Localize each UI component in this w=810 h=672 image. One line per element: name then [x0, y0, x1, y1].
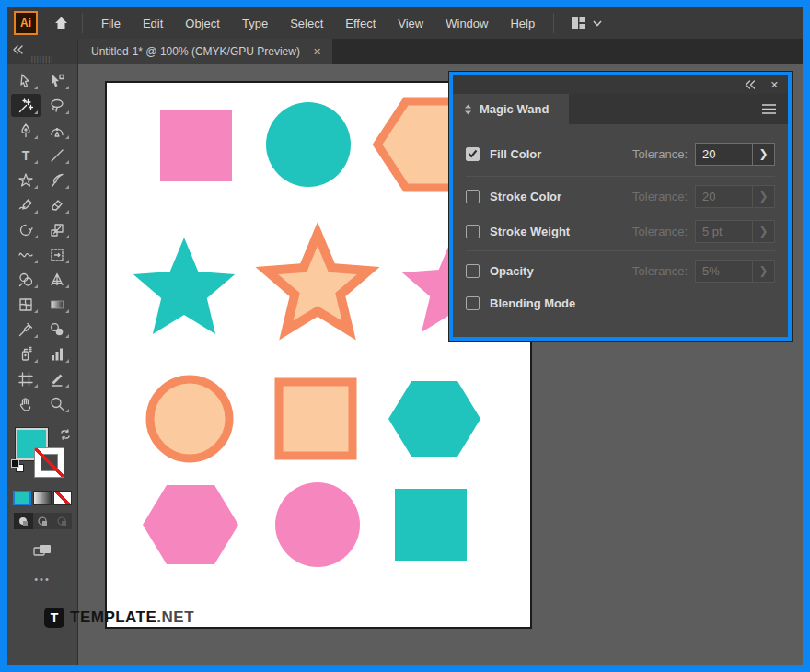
- canvas-shape-pink-hexagon[interactable]: [143, 485, 238, 564]
- tool-zoom[interactable]: [42, 392, 72, 415]
- tool-column-graph[interactable]: [42, 342, 72, 365]
- stroke-weight-checkbox[interactable]: [466, 225, 480, 238]
- canvas-shape-teal-hexagon[interactable]: [388, 381, 480, 457]
- stroke-color-swatch[interactable]: [34, 447, 64, 478]
- menu-help[interactable]: Help: [499, 17, 546, 30]
- tool-artboard[interactable]: [11, 367, 40, 390]
- menu-object[interactable]: Object: [174, 17, 231, 30]
- stroke-weight-row: Stroke Weight Tolerance: 5 pt ❯: [466, 214, 775, 249]
- canvas-shape-teal-star[interactable]: [133, 238, 235, 334]
- document-tab-bar: Untitled-1* @ 100% (CMYK/GPU Preview) ✕: [78, 39, 803, 64]
- toolbar-header: ||||||||: [7, 39, 77, 64]
- draw-normal-button[interactable]: [14, 513, 33, 529]
- gradient-button[interactable]: [33, 491, 52, 505]
- stroke-weight-tolerance-input[interactable]: 5 pt: [695, 220, 752, 243]
- opacity-checkbox[interactable]: [466, 264, 480, 278]
- tool-star-shape[interactable]: [11, 168, 40, 191]
- opacity-tolerance-slider-button[interactable]: ❯: [752, 260, 775, 283]
- menu-edit[interactable]: Edit: [132, 17, 174, 30]
- draw-inside-button[interactable]: [52, 513, 72, 529]
- tool-selection[interactable]: [11, 69, 40, 92]
- canvas-shape-teal-circle-top[interactable]: [266, 102, 351, 187]
- tool-shaper[interactable]: [11, 193, 40, 216]
- color-button[interactable]: [13, 491, 31, 505]
- workspace-switcher-icon: [571, 16, 586, 30]
- illustrator-window: Ai File Edit Object Type Select Effect V…: [0, 0, 810, 672]
- panel-collapse-icon[interactable]: [744, 76, 756, 93]
- tolerance-label: Tolerance:: [632, 264, 688, 278]
- tab-close-icon[interactable]: ✕: [313, 46, 321, 58]
- tool-rotate[interactable]: [11, 218, 40, 241]
- panel-menu-icon[interactable]: [761, 102, 777, 119]
- stroke-color-tolerance-input[interactable]: 20: [695, 185, 752, 208]
- blending-mode-checkbox[interactable]: [466, 296, 480, 310]
- canvas-shape-orange-circle[interactable]: [150, 379, 229, 458]
- tool-mesh[interactable]: [11, 293, 40, 316]
- menu-view[interactable]: View: [387, 17, 434, 30]
- fill-tolerance-slider-button[interactable]: ❯: [752, 143, 775, 166]
- tool-eraser[interactable]: [42, 193, 72, 216]
- tool-hand[interactable]: [11, 392, 40, 415]
- tool-pen[interactable]: [11, 119, 40, 142]
- stroke-weight-tolerance-slider-button[interactable]: ❯: [752, 220, 775, 243]
- stroke-color-row: Stroke Color Tolerance: 20 ❯: [466, 179, 775, 214]
- tool-blend[interactable]: [42, 318, 72, 341]
- screen-mode-icon[interactable]: [7, 542, 77, 559]
- menu-file[interactable]: File: [90, 17, 132, 30]
- draw-behind-button[interactable]: [33, 513, 52, 529]
- tool-free-transform[interactable]: [42, 243, 72, 266]
- tolerance-label: Tolerance:: [632, 190, 688, 203]
- workspace-switcher[interactable]: [571, 16, 602, 30]
- toolbar-collapse-icon[interactable]: [12, 41, 23, 58]
- magic-wand-panel: ✕ Magic Wand: [449, 72, 792, 341]
- tool-gradient[interactable]: [42, 293, 72, 316]
- tool-paintbrush[interactable]: [42, 168, 72, 191]
- default-fill-stroke-icon[interactable]: [11, 459, 24, 472]
- stroke-color-checkbox[interactable]: [466, 190, 480, 203]
- toolbar-grip-handle[interactable]: ||||||||: [31, 54, 54, 63]
- fill-tolerance-input[interactable]: 20: [695, 143, 752, 166]
- canvas-shape-pink-square-top[interactable]: [160, 110, 232, 181]
- none-button[interactable]: [53, 491, 72, 505]
- tool-lasso[interactable]: [42, 94, 72, 117]
- panel-body: Fill Color Tolerance: 20 ❯ Stroke Color: [453, 124, 788, 318]
- menu-window[interactable]: Window: [434, 17, 499, 30]
- canvas-shape-orange-square[interactable]: [279, 382, 353, 456]
- tool-curvature[interactable]: [42, 119, 72, 142]
- tool-shape-builder[interactable]: [11, 268, 40, 291]
- tool-magic-wand[interactable]: [11, 94, 40, 117]
- menu-select[interactable]: Select: [279, 17, 334, 30]
- watermark-text: TEMPLATE.NET: [70, 608, 194, 627]
- opacity-tolerance-input[interactable]: 5%: [695, 260, 752, 283]
- tool-direct-selection[interactable]: [42, 69, 72, 92]
- tool-width[interactable]: [11, 243, 40, 266]
- magic-wand-tab[interactable]: Magic Wand: [453, 94, 569, 124]
- panel-close-icon[interactable]: ✕: [770, 79, 779, 91]
- canvas-shape-pink-circle[interactable]: [275, 482, 360, 567]
- tool-eyedropper[interactable]: [11, 318, 40, 341]
- fill-color-label: Fill Color: [490, 147, 632, 161]
- fill-color-checkbox[interactable]: [466, 147, 480, 161]
- swap-fill-stroke-icon[interactable]: [59, 428, 72, 445]
- document-tab[interactable]: Untitled-1* @ 100% (CMYK/GPU Preview) ✕: [78, 39, 332, 64]
- tool-perspective-grid[interactable]: [42, 268, 72, 291]
- tool-line-segment[interactable]: [42, 144, 72, 167]
- menu-type[interactable]: Type: [231, 17, 279, 30]
- edit-toolbar-ellipsis[interactable]: •••: [7, 574, 77, 585]
- canvas-shape-orange-star[interactable]: [267, 234, 368, 330]
- menu-effect[interactable]: Effect: [334, 17, 387, 30]
- tool-scale[interactable]: [42, 218, 72, 241]
- panel-cycle-icon: [464, 104, 472, 115]
- stroke-weight-label: Stroke Weight: [490, 225, 632, 238]
- tool-slice[interactable]: [42, 367, 72, 390]
- canvas-shape-teal-square[interactable]: [395, 489, 467, 561]
- home-icon[interactable]: [47, 15, 75, 31]
- main-area: |||||||| T: [7, 39, 803, 665]
- tool-grid: T: [7, 64, 77, 415]
- stroke-color-tolerance-slider-button[interactable]: ❯: [752, 185, 775, 208]
- tool-symbol-sprayer[interactable]: [11, 342, 40, 365]
- canvas-pasteboard[interactable]: ✕ Magic Wand: [78, 64, 803, 665]
- tool-type[interactable]: T: [11, 144, 40, 167]
- swatch-area: [7, 428, 77, 481]
- illustrator-app-icon[interactable]: Ai: [14, 11, 38, 35]
